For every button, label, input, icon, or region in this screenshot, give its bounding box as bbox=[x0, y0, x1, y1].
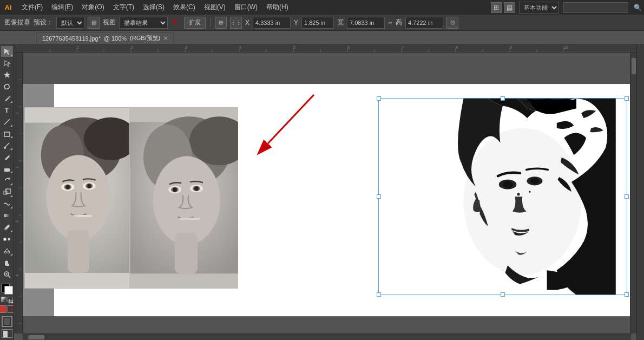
horizontal-scrollbar[interactable] bbox=[23, 334, 631, 340]
svg-point-14 bbox=[8, 251, 10, 253]
lasso-tool[interactable] bbox=[1, 81, 13, 92]
menu-edit[interactable]: 编辑(E) bbox=[47, 0, 77, 15]
color-mode-btns bbox=[0, 305, 14, 313]
menu-file[interactable]: 文件(F) bbox=[17, 0, 47, 15]
document-tab[interactable]: 12677635458119.jpg* @ 100% (RGB/预览) ✕ bbox=[36, 32, 174, 44]
default-colors-btn[interactable] bbox=[1, 297, 6, 302]
color-mode-color[interactable] bbox=[0, 305, 6, 313]
tab-close-btn[interactable]: ✕ bbox=[163, 35, 168, 41]
svg-text:1: 1 bbox=[15, 112, 19, 114]
toolbox: T bbox=[0, 44, 14, 340]
svg-point-79 bbox=[87, 184, 91, 188]
h-scroll-thumb[interactable] bbox=[28, 335, 44, 339]
blend-tool[interactable] bbox=[1, 234, 13, 245]
svg-point-102 bbox=[517, 193, 520, 195]
menu-type[interactable]: 文字(T) bbox=[109, 0, 139, 15]
gradient-tool[interactable] bbox=[1, 210, 13, 221]
svg-point-76 bbox=[65, 185, 70, 189]
align-icon[interactable]: ⊞ bbox=[215, 17, 227, 29]
menu-window[interactable]: 窗口(W) bbox=[230, 0, 262, 15]
x-label: X bbox=[245, 19, 249, 27]
main-area: T bbox=[0, 44, 644, 340]
pencil-tool[interactable] bbox=[1, 152, 13, 162]
grid2-icon[interactable]: ⋮⋮ bbox=[230, 17, 242, 29]
view-select[interactable]: 描摹结果 bbox=[119, 17, 168, 29]
menu-effect[interactable]: 效果(C) bbox=[169, 0, 200, 15]
scissors-tool[interactable] bbox=[1, 245, 13, 256]
paintbrush-tool[interactable] bbox=[1, 140, 13, 151]
rect-tool[interactable] bbox=[1, 128, 13, 139]
options-bar: 图像描摹 预设： 默认 ▤ 视图 描摹结果 扩展 ⊞ ⋮⋮ X Y 宽 ⇔ 高 … bbox=[0, 15, 644, 31]
text-tool[interactable]: T bbox=[1, 104, 13, 115]
handle-bc[interactable] bbox=[501, 292, 505, 297]
canvas-area: 1 2 3 4 5 6 7 8 9 10 bbox=[14, 44, 636, 340]
eraser-tool[interactable] bbox=[1, 164, 13, 174]
svg-marker-6 bbox=[9, 177, 10, 180]
screen-mode-btn[interactable] bbox=[2, 329, 12, 338]
workspace-selector[interactable]: 基本功能 bbox=[519, 2, 559, 14]
preset-label: 预设： bbox=[34, 18, 53, 27]
handle-mr[interactable] bbox=[625, 194, 629, 199]
menu-view[interactable]: 视图(V) bbox=[200, 0, 230, 15]
handle-tc[interactable] bbox=[501, 96, 505, 101]
vertical-scrollbar[interactable] bbox=[630, 53, 636, 334]
artboard-shadow bbox=[55, 85, 631, 317]
pen-tool[interactable] bbox=[1, 93, 13, 104]
warp-tool[interactable] bbox=[1, 199, 13, 210]
preset-select[interactable]: 默认 bbox=[56, 17, 84, 29]
menu-help[interactable]: 帮助(H) bbox=[262, 0, 293, 15]
width-field[interactable] bbox=[347, 17, 385, 29]
expand-button[interactable]: 扩展 bbox=[184, 17, 206, 29]
tab-bar: 12677635458119.jpg* @ 100% (RGB/预览) ✕ bbox=[0, 31, 644, 44]
traced-svg bbox=[379, 99, 627, 295]
arrange-icon[interactable]: ⊞ bbox=[491, 2, 502, 13]
trace-result[interactable] bbox=[378, 98, 627, 296]
handle-ml[interactable] bbox=[377, 194, 381, 199]
svg-rect-5 bbox=[4, 168, 10, 172]
svg-text:7: 7 bbox=[402, 45, 404, 49]
width-label: 宽 bbox=[337, 18, 344, 27]
search-input[interactable] bbox=[563, 2, 628, 13]
svg-line-18 bbox=[8, 276, 10, 278]
zoom-tool[interactable] bbox=[1, 269, 13, 280]
direct-select-tool[interactable] bbox=[1, 58, 13, 69]
y-field[interactable] bbox=[301, 17, 334, 29]
svg-rect-87 bbox=[175, 233, 198, 273]
svg-text:3: 3 bbox=[185, 45, 187, 49]
handle-tl[interactable] bbox=[377, 96, 381, 101]
svg-point-4 bbox=[4, 147, 6, 149]
rotate-tool[interactable] bbox=[1, 175, 13, 186]
selection-tool[interactable] bbox=[1, 46, 13, 57]
transform-icon[interactable]: ⊡ bbox=[446, 17, 458, 29]
tab-colormode: (RGB/预览) bbox=[130, 34, 160, 42]
draw-mode-btn[interactable] bbox=[2, 316, 12, 327]
grid-icon[interactable]: ▤ bbox=[504, 2, 515, 13]
magic-wand-tool[interactable] bbox=[1, 69, 13, 80]
lock-ratio-icon[interactable]: ⇔ bbox=[388, 20, 392, 25]
color-mode-none[interactable] bbox=[8, 305, 15, 313]
svg-point-99 bbox=[503, 181, 512, 188]
eyedropper-tool[interactable] bbox=[1, 222, 13, 233]
svg-point-101 bbox=[530, 178, 539, 184]
handle-br[interactable] bbox=[625, 292, 629, 297]
svg-rect-9 bbox=[4, 214, 10, 217]
hand-tool[interactable] bbox=[1, 257, 13, 268]
handle-tr[interactable] bbox=[625, 96, 629, 101]
tab-zoom: @ 100% bbox=[104, 35, 127, 42]
vertical-ruler: 1 2 3 4 bbox=[14, 53, 23, 334]
handle-bl[interactable] bbox=[377, 292, 381, 297]
menu-select[interactable]: 选择(S) bbox=[139, 0, 169, 15]
x-field[interactable] bbox=[253, 17, 291, 29]
preset-options-btn[interactable]: ▤ bbox=[88, 17, 100, 29]
tab-filename: 12677635458119.jpg* bbox=[42, 35, 101, 42]
fg-color-swatch[interactable] bbox=[1, 284, 13, 295]
v-scroll-thumb[interactable] bbox=[632, 58, 636, 74]
swap-colors-btn[interactable]: ⇆ bbox=[8, 297, 13, 302]
svg-text:9: 9 bbox=[510, 45, 512, 49]
line-tool[interactable] bbox=[1, 116, 13, 127]
scale-tool[interactable] bbox=[1, 187, 13, 198]
svg-text:1: 1 bbox=[77, 45, 79, 49]
right-panel-bg bbox=[637, 44, 643, 340]
menu-object[interactable]: 对象(O) bbox=[77, 0, 108, 15]
height-field[interactable] bbox=[405, 17, 443, 29]
